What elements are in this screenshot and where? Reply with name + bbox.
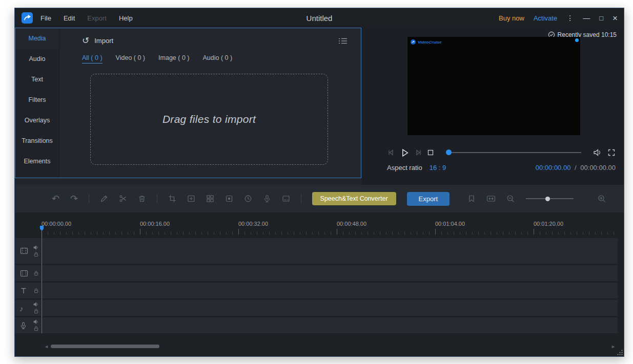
mute-icon[interactable] xyxy=(33,302,39,307)
marker-icon[interactable] xyxy=(467,195,476,203)
volume-icon[interactable] xyxy=(593,148,603,157)
tab-all[interactable]: All ( 0 ) xyxy=(82,54,103,63)
fullscreen-icon[interactable] xyxy=(607,148,616,157)
horizontal-scrollbar[interactable]: ◄ ► xyxy=(15,344,624,349)
timeline-zoom-slider[interactable] xyxy=(526,196,574,202)
list-view-icon[interactable] xyxy=(338,37,348,45)
activate-link[interactable]: Activate xyxy=(534,14,557,22)
sidebar-item-overlays[interactable]: Overlays xyxy=(15,110,59,131)
lock-icon[interactable] xyxy=(33,270,39,276)
lock-icon[interactable] xyxy=(33,288,39,293)
menu-file[interactable]: File xyxy=(40,14,51,22)
voiceover-mic-icon[interactable] xyxy=(263,195,271,203)
playhead-line[interactable] xyxy=(42,228,42,333)
resize-grip[interactable] xyxy=(617,349,623,355)
stop-icon[interactable] xyxy=(427,149,434,156)
voiceover-track-header[interactable] xyxy=(15,317,42,333)
record-icon[interactable] xyxy=(225,195,233,203)
next-frame-icon[interactable] xyxy=(414,148,422,157)
track-row-voiceover xyxy=(15,317,618,333)
scrollbar-thumb[interactable] xyxy=(51,345,159,348)
aspect-ratio-value[interactable]: 16 : 9 xyxy=(430,164,446,172)
zoom-slider-handle[interactable] xyxy=(545,197,550,201)
menu-help[interactable]: Help xyxy=(119,14,133,22)
text-icon xyxy=(19,287,28,295)
video-preview[interactable]: VideoCruise xyxy=(407,37,580,135)
app-window: File Edit Export Help Untitled Buy now A… xyxy=(14,8,624,357)
fit-timeline-icon[interactable] xyxy=(486,195,496,203)
delete-trash-icon[interactable] xyxy=(138,195,146,203)
speech-text-converter-button[interactable]: Speech&Text Converter xyxy=(312,192,396,205)
undo-icon[interactable]: ↶ xyxy=(52,194,59,203)
import-icon: ↺ xyxy=(82,36,89,45)
lock-icon[interactable] xyxy=(33,251,39,257)
mute-icon[interactable] xyxy=(33,319,39,324)
duration-clock-icon[interactable] xyxy=(244,195,252,203)
cut-scissors-icon[interactable] xyxy=(119,195,127,203)
toolbar-divider xyxy=(89,194,89,203)
toolbar-divider xyxy=(157,194,157,203)
canvas-scale-icon[interactable] xyxy=(187,195,195,203)
titlebar[interactable]: File Edit Export Help Untitled Buy now A… xyxy=(15,8,624,28)
seek-slider[interactable] xyxy=(446,149,581,156)
lock-icon[interactable] xyxy=(33,308,39,314)
videocruise-logo-icon xyxy=(411,39,416,45)
text-track-header[interactable] xyxy=(15,283,42,298)
maximize-button[interactable]: □ xyxy=(599,15,603,22)
split-grid-icon[interactable] xyxy=(206,195,214,203)
sidebar-item-audio[interactable]: Audio xyxy=(15,49,59,69)
seek-handle[interactable] xyxy=(446,149,452,155)
sidebar-item-transitions[interactable]: Transitions xyxy=(15,131,59,151)
selection-handle-dot[interactable] xyxy=(575,38,579,42)
lock-icon[interactable] xyxy=(33,326,39,331)
previous-frame-icon[interactable] xyxy=(387,148,395,157)
current-time: 00:00:00.00 xyxy=(536,164,571,172)
playback-controls xyxy=(387,145,616,160)
tab-video[interactable]: Video ( 0 ) xyxy=(116,54,145,63)
sidebar-item-filters[interactable]: Filters xyxy=(15,90,59,110)
time-display: 00:00:00.00 / 00:00:00.00 xyxy=(536,164,616,172)
pip-track-header[interactable] xyxy=(15,265,42,281)
redo-icon[interactable]: ↷ xyxy=(70,194,78,203)
minimize-button[interactable]: — xyxy=(583,14,590,22)
video-track-header[interactable] xyxy=(15,238,42,264)
audio-track-header[interactable]: ♪ xyxy=(15,300,42,316)
sidebar-item-elements[interactable]: Elements xyxy=(15,151,59,172)
timeline-ruler[interactable]: 00:00:00.00 00:00:16.00 00:00:32.00 00:0… xyxy=(15,221,624,228)
sidebar-item-media[interactable]: Media xyxy=(15,28,59,49)
video-track-lane[interactable] xyxy=(42,238,618,264)
mute-icon[interactable] xyxy=(33,245,39,250)
scroll-right-icon[interactable]: ► xyxy=(611,344,616,349)
sidebar-item-text[interactable]: Text xyxy=(15,69,59,90)
zoom-out-icon[interactable] xyxy=(506,195,515,203)
ruler-ticks[interactable] xyxy=(42,229,618,234)
play-icon[interactable] xyxy=(400,148,410,158)
media-filter-tabs: All ( 0 ) Video ( 0 ) Image ( 0 ) Audio … xyxy=(82,54,348,63)
text-track-lane[interactable] xyxy=(42,283,618,298)
subtitle-icon[interactable] xyxy=(282,195,290,203)
buy-now-link[interactable]: Buy now xyxy=(499,14,524,22)
export-button[interactable]: Export xyxy=(407,192,450,206)
ruler-label: 00:00:32.00 xyxy=(238,221,268,227)
edit-pencil-icon[interactable] xyxy=(100,195,108,203)
tab-audio[interactable]: Audio ( 0 ) xyxy=(202,54,232,63)
close-button[interactable]: × xyxy=(612,14,618,23)
zoom-in-icon[interactable] xyxy=(598,195,606,203)
top-section: Media Audio Text Filters Overlays Transi… xyxy=(15,28,624,185)
menu-export: Export xyxy=(87,14,107,22)
scroll-left-icon[interactable]: ◄ xyxy=(44,344,49,349)
crop-icon[interactable] xyxy=(168,195,176,203)
import-dropzone[interactable]: Drag files to import xyxy=(90,74,328,165)
watermark: VideoCruise xyxy=(411,39,441,45)
more-menu-icon[interactable]: ⋮ xyxy=(566,14,574,22)
watermark-text: VideoCruise xyxy=(418,40,441,45)
pip-track-lane[interactable] xyxy=(42,265,618,281)
tab-image[interactable]: Image ( 0 ) xyxy=(158,54,189,63)
ruler-label: 00:00:00.00 xyxy=(42,221,71,227)
menu-edit[interactable]: Edit xyxy=(64,14,75,22)
voiceover-track-lane[interactable] xyxy=(42,317,618,333)
audio-track-lane[interactable] xyxy=(42,300,618,316)
preview-panel: Recently saved 10:15 VideoCruise xyxy=(361,28,624,185)
ruler-label: 00:01:20.00 xyxy=(534,221,563,227)
import-button[interactable]: Import xyxy=(94,37,113,45)
